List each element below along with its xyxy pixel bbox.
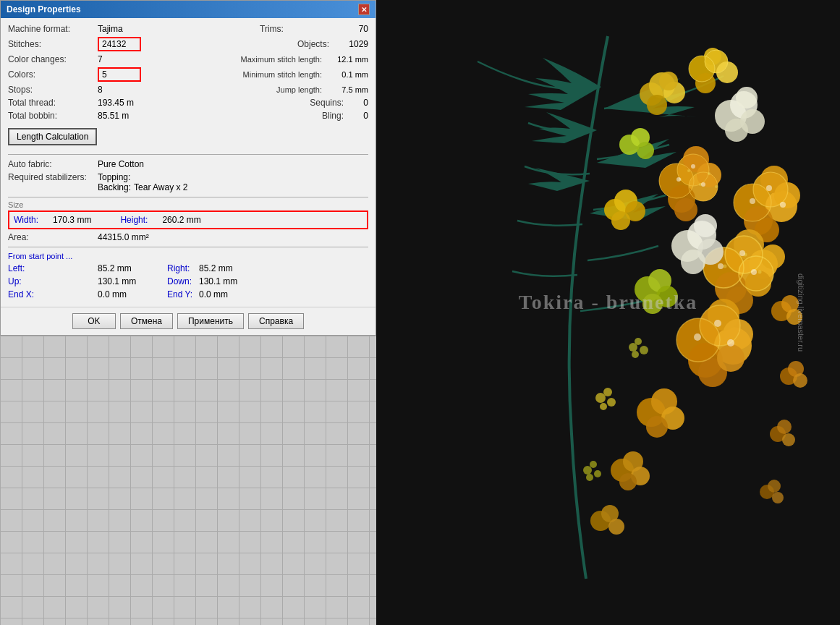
svg-point-88: [640, 346, 648, 354]
svg-point-126: [751, 269, 757, 275]
svg-point-95: [590, 461, 597, 468]
watermark-text: Tokira - brunetka: [519, 291, 698, 314]
svg-point-72: [717, 344, 744, 372]
dialog-title: Design Properties: [7, 4, 81, 14]
svg-point-51: [745, 271, 771, 297]
jump-length-value: 7.5 mm: [325, 85, 368, 94]
svg-point-102: [715, 185, 718, 188]
auto-fabric-label: Auto fabric:: [8, 159, 95, 169]
close-button[interactable]: ✕: [358, 4, 370, 15]
ok-button[interactable]: OK: [72, 313, 116, 329]
total-thread-value: 193.45 m: [95, 98, 138, 108]
svg-point-91: [603, 388, 612, 396]
topping-value: Topping:: [98, 172, 188, 182]
svg-point-99: [687, 169, 690, 172]
svg-point-124: [718, 263, 724, 269]
watermark-side: digitizing.livemaster.ru: [797, 273, 805, 352]
trims-label: Trims:: [245, 24, 332, 34]
svg-point-59: [681, 250, 705, 274]
trims-value: 70: [332, 24, 368, 34]
svg-point-103: [724, 265, 727, 268]
svg-point-121: [750, 198, 755, 204]
svg-point-129: [727, 339, 734, 346]
svg-point-52: [760, 245, 785, 269]
svg-point-114: [782, 433, 795, 446]
apply-button[interactable]: Применить: [177, 313, 244, 329]
help-button[interactable]: Справка: [248, 313, 304, 329]
svg-point-89: [632, 351, 639, 358]
total-bobbin-value: 85.51 m: [95, 111, 138, 121]
stitches-value: 24132: [98, 37, 141, 51]
svg-point-113: [777, 420, 792, 434]
svg-point-117: [772, 492, 784, 503]
machine-format-value: Tajima: [95, 24, 245, 34]
down-label: Down:: [153, 276, 196, 286]
svg-point-118: [691, 164, 695, 169]
auto-fabric-value: Pure Cotton: [95, 159, 144, 169]
sequins-value: 0: [347, 98, 368, 108]
svg-point-125: [739, 250, 745, 256]
svg-point-96: [594, 470, 601, 477]
objects-value: 1029: [332, 39, 368, 49]
req-stab-label: Required stabilizers:: [8, 172, 95, 182]
svg-point-123: [780, 202, 786, 208]
bling-label: Bling:: [138, 111, 344, 121]
min-stitch-value: 0.1 mm: [325, 70, 368, 79]
svg-point-94: [583, 466, 592, 475]
dialog-buttons: OK Отмена Применить Справка: [1, 307, 376, 335]
objects-label: Objects:: [141, 39, 329, 49]
height-value: 260.2 mm: [162, 215, 200, 225]
down-value: 130.1 mm: [196, 276, 237, 286]
grid-canvas-area: [0, 336, 376, 625]
length-calc-button[interactable]: Length Calculation: [8, 128, 97, 145]
svg-point-120: [676, 177, 681, 182]
cancel-button[interactable]: Отмена: [120, 313, 173, 329]
backing-label: Backing:: [98, 182, 131, 192]
total-thread-label: Total thread:: [8, 98, 95, 108]
min-stitch-label: Minimum stitch length:: [141, 70, 322, 79]
backing-row: Backing: Tear Away x 2: [98, 182, 188, 192]
colors-label: Colors:: [8, 69, 95, 80]
svg-point-111: [793, 373, 807, 388]
area-value: 44315.0 mm²: [95, 232, 149, 242]
backing-value: Tear Away x 2: [134, 182, 187, 192]
svg-point-105: [758, 271, 762, 274]
svg-point-92: [607, 398, 616, 407]
svg-point-122: [766, 185, 772, 191]
width-label: Width:: [14, 215, 38, 225]
svg-point-93: [600, 403, 607, 410]
max-stitch-label: Maximum stitch length:: [116, 55, 322, 64]
up-value: 130.1 mm: [95, 276, 153, 286]
size-header: Size: [8, 200, 368, 209]
svg-point-17: [736, 87, 758, 109]
right-label: Right:: [153, 263, 196, 273]
dialog-titlebar: Design Properties ✕: [1, 1, 376, 18]
properties-dialog: Design Properties ✕ Machine format: Taji…: [0, 0, 376, 336]
svg-point-101: [708, 172, 710, 175]
svg-point-11: [647, 95, 667, 115]
svg-point-82: [619, 473, 637, 490]
svg-point-16: [725, 119, 748, 142]
svg-point-60: [694, 214, 717, 237]
up-label: Up:: [8, 276, 95, 286]
bling-value: 0: [347, 111, 368, 121]
grid-lines: [0, 336, 376, 625]
jump-length-label: Jump length:: [116, 85, 322, 94]
total-bobbin-label: Total bobbin:: [8, 111, 95, 121]
svg-point-24: [611, 211, 630, 230]
end-x-label: End X:: [8, 289, 95, 299]
end-y-value: 0.0 mm: [196, 289, 228, 299]
stops-label: Stops:: [8, 85, 95, 95]
embroidery-panel: Tokira - brunetka digitizing.livemaster.…: [376, 0, 840, 625]
end-x-value: 0.0 mm: [95, 289, 153, 299]
end-y-label: End Y:: [153, 289, 196, 299]
svg-point-85: [608, 519, 624, 535]
left-label: Left:: [8, 263, 95, 273]
sequins-label: Sequins:: [138, 98, 344, 108]
colors-value: 5: [98, 67, 141, 82]
svg-point-12: [659, 72, 678, 90]
stitches-label: Stitches:: [8, 39, 95, 49]
color-changes-label: Color changes:: [8, 54, 95, 64]
area-label: Area:: [8, 232, 95, 242]
svg-point-78: [646, 416, 668, 438]
